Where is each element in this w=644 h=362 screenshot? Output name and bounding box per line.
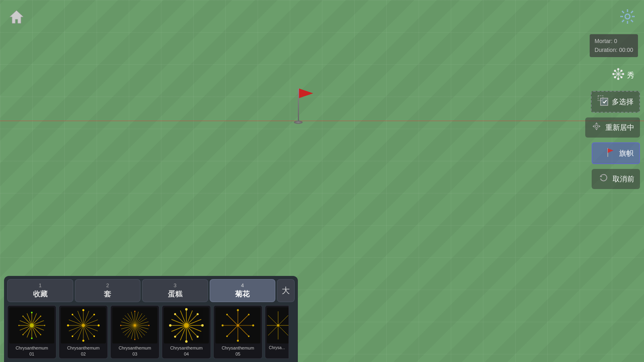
firework-item-05[interactable]: Chrysanthemum05 (213, 305, 262, 359)
svg-point-22 (617, 78, 619, 80)
svg-line-6 (622, 11, 624, 13)
svg-point-21 (621, 76, 622, 78)
svg-point-152 (237, 340, 239, 342)
firework-item-04[interactable]: Chrysanthemum04 (162, 305, 211, 359)
svg-point-25 (614, 70, 616, 72)
svg-point-55 (23, 334, 24, 335)
svg-point-154 (248, 314, 250, 315)
svg-point-57 (23, 316, 24, 317)
svg-point-134 (201, 324, 204, 327)
svg-point-133 (197, 313, 199, 315)
undo-label: 取消前 (613, 174, 634, 184)
svg-point-19 (621, 70, 622, 72)
svg-point-54 (31, 337, 33, 339)
svg-point-139 (174, 313, 176, 315)
tab-cake[interactable]: 3 蛋糕 (142, 279, 208, 302)
firework-item-06[interactable]: Chrysa... (265, 305, 289, 359)
svg-point-24 (613, 73, 614, 75)
svg-point-110 (134, 311, 136, 312)
home-button[interactable] (6, 6, 27, 27)
settings-button[interactable] (617, 6, 638, 27)
svg-point-50 (31, 312, 33, 313)
undo-icon (598, 172, 609, 186)
svg-point-153 (222, 325, 224, 327)
firework-thumb-06 (267, 307, 289, 343)
svg-point-82 (67, 325, 69, 327)
flag-pole (294, 88, 303, 124)
tab-chrysanthemum[interactable]: 4 菊花 (210, 279, 276, 302)
firework-name-05: Chrysanthemum05 (215, 345, 260, 357)
firework-thumb-05 (215, 307, 260, 343)
firework-item-03[interactable]: Chrysanthemum03 (110, 305, 159, 359)
svg-point-150 (237, 309, 239, 311)
show-label: 秀 (627, 70, 634, 80)
home-icon (8, 8, 25, 25)
svg-line-7 (631, 20, 633, 22)
firework-name-04: Chrysanthemum04 (164, 345, 209, 357)
firework-item-01[interactable]: Chrysanthemum01 (7, 305, 56, 359)
recenter-icon (591, 121, 602, 134)
recenter-label: 重新居中 (605, 123, 634, 132)
fireworks-grid: Chrysanthemum01 (7, 305, 295, 359)
firework-item-02[interactable]: Chrysanthemum02 (59, 305, 108, 359)
svg-point-52 (44, 325, 45, 326)
fireworks-panel: 1 收藏 2 套 3 蛋糕 4 菊花 大 (4, 276, 298, 362)
svg-point-1 (625, 14, 630, 19)
firework-thumb-04 (164, 307, 209, 343)
svg-rect-27 (601, 98, 608, 105)
tabs-row: 1 收藏 2 套 3 蛋糕 4 菊花 大 (7, 279, 295, 302)
svg-point-79 (93, 335, 95, 337)
firework-name-06: Chrysa... (267, 345, 287, 350)
svg-line-9 (622, 20, 624, 22)
svg-point-76 (83, 309, 85, 311)
svg-point-135 (197, 336, 199, 338)
tab-favorites[interactable]: 1 收藏 (7, 279, 73, 302)
svg-point-136 (185, 340, 188, 343)
svg-point-77 (93, 314, 95, 315)
svg-point-113 (120, 325, 122, 326)
svg-point-137 (174, 336, 176, 338)
svg-point-20 (622, 73, 624, 75)
multiselect-button[interactable]: 多选择 (591, 91, 640, 113)
flag-base (294, 121, 303, 124)
multiselect-label: 多选择 (612, 97, 634, 107)
recenter-button[interactable]: 重新居中 (585, 117, 640, 138)
svg-point-155 (248, 335, 250, 337)
multiselect-icon (597, 95, 609, 109)
svg-point-53 (40, 334, 41, 335)
svg-point-51 (40, 316, 41, 317)
svg-point-56 (19, 325, 20, 326)
svg-point-81 (72, 335, 73, 337)
info-panel: Mortar: 0 Duration: 00:00 (590, 34, 638, 57)
firework-name-03: Chrysanthemum03 (112, 345, 157, 357)
svg-point-112 (134, 339, 136, 340)
flag-pennant (299, 88, 313, 98)
flag-label: 旗帜 (619, 148, 634, 158)
svg-point-78 (98, 325, 100, 327)
svg-point-157 (226, 314, 228, 315)
svg-point-18 (617, 68, 619, 70)
right-toolbar: 秀 多选择 重新居中 (585, 64, 644, 189)
duration-info: Duration: 00:00 (594, 45, 633, 54)
tab-more[interactable]: 大 (277, 279, 295, 302)
flag-icon (605, 146, 616, 160)
svg-point-23 (614, 76, 616, 78)
show-button[interactable]: 秀 (592, 64, 640, 86)
svg-marker-30 (608, 148, 613, 153)
firework-name-02: Chrysanthemum02 (61, 345, 106, 357)
firework-thumb-03 (112, 307, 157, 343)
svg-point-28 (595, 125, 598, 128)
settings-icon (619, 8, 636, 25)
svg-point-111 (149, 325, 150, 326)
tab-set[interactable]: 2 套 (75, 279, 141, 302)
firework-thumb-02 (61, 307, 106, 343)
firework-name-01: Chrysanthemum01 (9, 345, 54, 357)
svg-point-83 (72, 314, 73, 315)
svg-point-156 (226, 335, 228, 337)
svg-line-8 (631, 11, 633, 13)
svg-point-151 (252, 325, 254, 327)
svg-point-132 (185, 308, 188, 311)
undo-button[interactable]: 取消前 (592, 169, 640, 189)
fireworks-icon (612, 68, 625, 83)
flag-button[interactable]: 旗帜 (592, 142, 640, 164)
